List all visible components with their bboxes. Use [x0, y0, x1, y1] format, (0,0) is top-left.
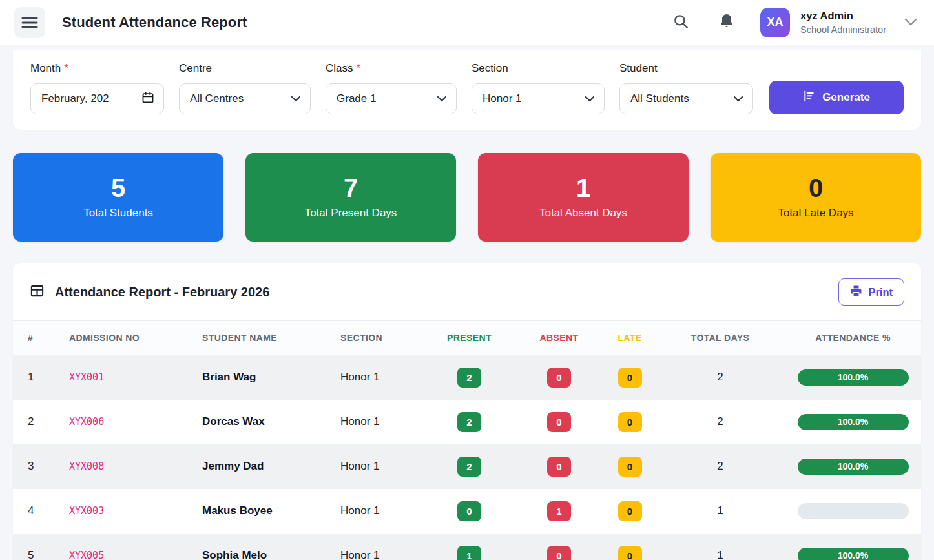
notifications-button[interactable] [719, 13, 734, 32]
attendance-bar: 100.0% [798, 414, 909, 430]
class-select[interactable]: Grade 1 [326, 83, 457, 114]
col-total-days: TOTAL DAYS [656, 321, 785, 355]
absent-badge: 1 [547, 501, 571, 521]
stat-value: 7 [344, 175, 358, 201]
late-badge: 0 [618, 546, 642, 560]
attendance-table: # ADMISSION NO STUDENT NAME SECTION PRES… [13, 320, 921, 560]
col-section: SECTION [326, 321, 424, 355]
absent-badge: 0 [547, 546, 571, 560]
table-row: 2 XYX006 Dorcas Wax Honor 1 2 0 0 2 100.… [13, 400, 921, 444]
col-absent: ABSENT [514, 321, 604, 355]
filter-month: Month* February, 202 [30, 62, 164, 114]
late-badge: 0 [618, 501, 642, 521]
total-days-value: 1 [656, 534, 785, 560]
table-row: 4 XYX003 Makus Boyee Honor 1 0 1 0 1 [13, 489, 921, 534]
row-number: 4 [13, 489, 54, 534]
class-label: Class* [326, 62, 457, 75]
filter-bar: Month* February, 202 Centre All Centres … [13, 50, 921, 130]
table-row: 5 XYX005 Sophia Melo Honor 1 1 0 0 1 100… [13, 534, 921, 560]
generate-button[interactable]: Generate [769, 81, 904, 114]
student-label: Student [619, 62, 753, 75]
attendance-bar [798, 503, 909, 519]
section-value: Honor 1 [326, 489, 424, 534]
centre-select[interactable]: All Centres [179, 83, 311, 114]
section-select[interactable]: Honor 1 [472, 83, 605, 114]
attendance-bar: 100.0% [798, 369, 909, 386]
stat-total-absent-days: 1 Total Absent Days [478, 153, 689, 242]
centre-label: Centre [179, 62, 311, 75]
table-header-row: # ADMISSION NO STUDENT NAME SECTION PRES… [13, 321, 921, 355]
student-name: Makus Boyee [187, 489, 326, 534]
section-value: Honor 1 [326, 534, 424, 560]
admission-no-link[interactable]: XYX001 [69, 371, 104, 383]
table-icon [30, 284, 45, 301]
col-attendance: ATTENDANCE % [785, 321, 921, 355]
stat-label: Total Late Days [778, 207, 853, 220]
required-asterisk: * [64, 62, 68, 74]
absent-badge: 0 [547, 412, 571, 432]
total-days-value: 1 [656, 489, 785, 534]
col-late: LATE [604, 321, 656, 355]
user-info: xyz Admin School Administrator [800, 9, 886, 36]
search-icon [672, 13, 689, 32]
hamburger-icon [21, 16, 38, 30]
admission-no-link[interactable]: XYX005 [69, 550, 104, 560]
chevron-down-icon [733, 92, 743, 105]
chart-icon [803, 90, 816, 106]
search-button[interactable] [672, 13, 689, 32]
present-badge: 2 [457, 368, 481, 388]
section-label: Section [472, 62, 605, 75]
attendance-bar: 100.0% [798, 548, 909, 560]
filter-student: Student All Students [619, 62, 753, 114]
required-asterisk: * [357, 62, 361, 74]
stat-label: Total Absent Days [539, 207, 627, 220]
stat-cards: 5 Total Students 7 Total Present Days 1 … [13, 153, 921, 242]
present-badge: 0 [457, 501, 481, 521]
admission-no-link[interactable]: XYX006 [69, 416, 104, 428]
calendar-icon [141, 91, 154, 107]
stat-total-late-days: 0 Total Late Days [711, 153, 921, 242]
student-select[interactable]: All Students [619, 83, 753, 114]
col-student-name: STUDENT NAME [187, 321, 326, 355]
hamburger-menu-button[interactable] [14, 7, 45, 38]
stat-label: Total Students [83, 207, 153, 220]
chevron-down-icon [291, 92, 301, 105]
col-admission-no: ADMISSION NO [54, 321, 187, 355]
col-present: PRESENT [424, 321, 514, 355]
stat-value: 5 [111, 175, 125, 201]
late-badge: 0 [618, 368, 642, 388]
stat-total-present-days: 7 Total Present Days [245, 153, 456, 242]
topbar-actions: XA xyz Admin School Administrator [672, 8, 917, 37]
user-avatar[interactable]: XA [760, 8, 790, 37]
stat-value: 1 [576, 175, 590, 201]
admission-no-link[interactable]: XYX008 [69, 461, 104, 472]
section-value: Honor 1 [326, 400, 424, 444]
print-button[interactable]: Print [838, 278, 904, 306]
filter-centre: Centre All Centres [179, 62, 311, 114]
total-days-value: 2 [656, 355, 785, 400]
table-row: 1 XYX001 Brian Wag Honor 1 2 0 0 2 100.0… [13, 355, 921, 400]
total-days-value: 2 [656, 400, 785, 444]
present-badge: 2 [457, 412, 481, 432]
filter-section: Section Honor 1 [472, 62, 605, 114]
attendance-report-card: Attendance Report - February 2026 Print … [13, 263, 921, 560]
page-title: Student Attendance Report [62, 14, 247, 31]
student-name: Jemmy Dad [187, 444, 326, 489]
present-badge: 2 [457, 457, 481, 477]
stat-value: 0 [809, 175, 823, 201]
student-name: Dorcas Wax [187, 400, 326, 444]
bell-icon [719, 13, 734, 32]
filter-class: Class* Grade 1 [326, 62, 457, 114]
row-number: 1 [13, 355, 54, 400]
table-row: 3 XYX008 Jemmy Dad Honor 1 2 0 0 2 100.0… [13, 444, 921, 489]
student-name: Sophia Melo [187, 534, 326, 560]
stat-label: Total Present Days [305, 207, 397, 220]
report-title: Attendance Report - February 2026 [55, 285, 269, 300]
user-menu-chevron-down-icon[interactable] [904, 17, 917, 28]
section-value: Honor 1 [326, 355, 424, 400]
chevron-down-icon [437, 92, 447, 105]
attendance-bar: 100.0% [798, 459, 909, 475]
month-label: Month* [30, 62, 164, 75]
admission-no-link[interactable]: XYX003 [69, 505, 104, 517]
month-input[interactable]: February, 202 [30, 83, 164, 114]
